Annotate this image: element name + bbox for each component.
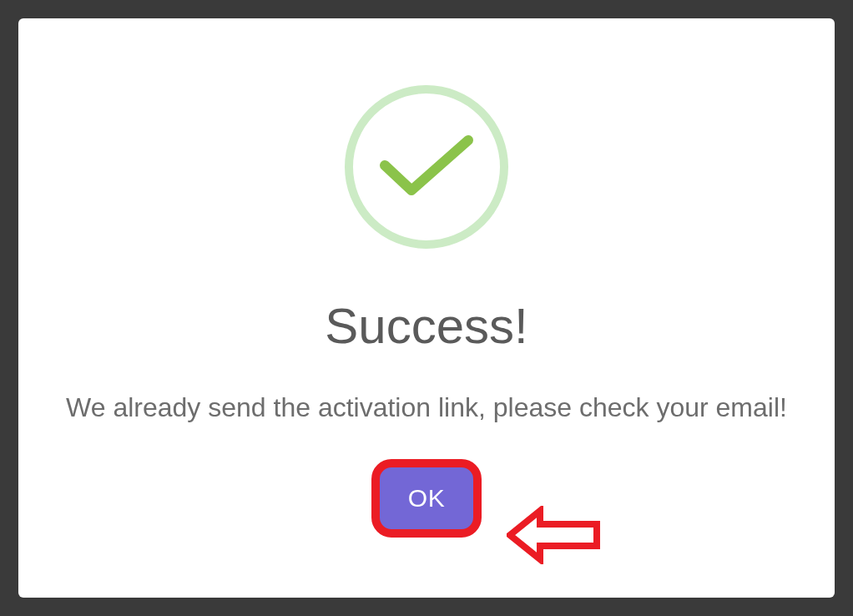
button-highlight-container: OK — [380, 467, 473, 529]
modal-message: We already send the activation link, ple… — [66, 390, 787, 426]
modal-title: Success! — [325, 297, 527, 355]
check-icon — [376, 134, 477, 200]
ok-button[interactable]: OK — [380, 467, 473, 529]
success-icon-ring — [345, 85, 508, 249]
success-modal: Success! We already send the activation … — [18, 18, 835, 598]
